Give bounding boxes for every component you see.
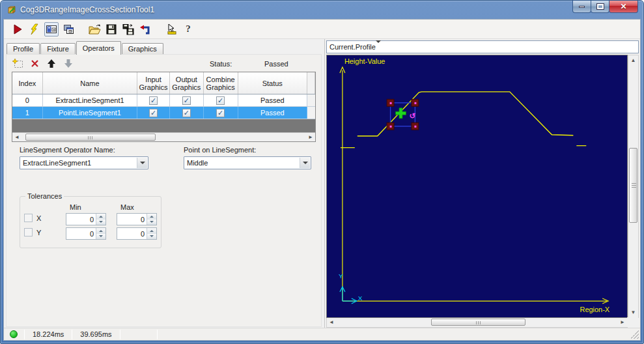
tolerance-x-label: X (36, 214, 46, 222)
combine-graphics-checkbox[interactable]: ✓ (216, 96, 225, 105)
execution-time: 18.224ms (25, 330, 72, 338)
tolerance-y-max-spinner[interactable]: 0 (117, 227, 157, 240)
save-image-icon[interactable] (121, 22, 135, 36)
spin-up-icon[interactable] (96, 214, 105, 220)
record-selector-combobox[interactable]: Current.Profile (326, 40, 639, 53)
delete-operator-icon[interactable] (29, 58, 40, 68)
tolerances-group: Tolerances Min Max X 0 0 (20, 196, 161, 248)
tolerance-x-max-spinner[interactable]: 0 (117, 213, 157, 225)
table-row-selected[interactable]: 1 PointLineSegment1 ✓ ✓ ✓ Passed (12, 107, 315, 119)
hscroll-thumb[interactable] (25, 134, 156, 141)
linesegment-operator-combobox[interactable]: ExtractLineSegment1 (20, 156, 148, 169)
close-button[interactable]: ✕ (609, 1, 638, 13)
vscroll-thumb[interactable] (629, 148, 637, 223)
profile-vscrollbar[interactable]: ▲ ▼ (628, 55, 639, 318)
window-title: Cog3DRangeImageCrossSectionTool1 (20, 5, 154, 14)
table-header-row: Index Name Input Graphics Output Graphic… (12, 72, 315, 94)
tolerance-y-label: Y (36, 229, 46, 236)
point-on-linesegment-label: Point on LineSegment: (184, 146, 256, 154)
status-value: Passed (264, 60, 288, 68)
scroll-left-icon[interactable]: ◄ (12, 133, 21, 141)
run-icon[interactable] (10, 22, 25, 36)
profile-plot[interactable]: Height-Value Region-X X Y (326, 55, 628, 318)
show-electrode-toggle-icon[interactable] (44, 22, 59, 36)
origin-y-label: Y (339, 272, 343, 280)
chevron-down-icon (376, 40, 381, 51)
minimize-button[interactable] (572, 1, 591, 13)
reset-icon[interactable] (138, 22, 152, 36)
header-output-graphics[interactable]: Output Graphics (170, 72, 204, 94)
minimize-icon (579, 6, 585, 8)
spin-down-icon[interactable] (96, 234, 105, 240)
open-file-icon[interactable] (87, 22, 102, 36)
run-continuous-icon[interactable] (27, 22, 42, 36)
tab-operators[interactable]: Operators (76, 41, 121, 55)
spin-down-icon[interactable] (147, 234, 156, 240)
scroll-up-icon[interactable]: ▲ (628, 55, 638, 65)
header-input-graphics[interactable]: Input Graphics (137, 72, 170, 94)
spin-down-icon[interactable] (96, 220, 105, 225)
spin-down-icon[interactable] (147, 220, 156, 225)
tab-graphics[interactable]: Graphics (122, 43, 163, 55)
chevron-down-icon (303, 162, 308, 164)
table-row[interactable]: 0 ExtractLineSegment1 ✓ ✓ ✓ Passed (12, 94, 315, 107)
header-status[interactable]: Status (238, 72, 308, 94)
title-bar[interactable]: Cog3DRangeImageCrossSectionTool1 ✕ (1, 1, 643, 19)
move-down-icon[interactable] (63, 58, 74, 68)
point-on-linesegment-combobox[interactable]: Middle (184, 156, 311, 169)
profile-display-panel: Current.Profile Hei (324, 39, 640, 328)
tolerances-title: Tolerances (25, 192, 64, 200)
output-graphics-checkbox[interactable]: ✓ (182, 109, 191, 117)
header-combine-graphics[interactable]: Combine Graphics (204, 72, 238, 94)
rotate-handle-icon[interactable]: ↺ (409, 111, 415, 121)
resize-grip[interactable] (630, 330, 639, 339)
operator-list-toolbar (12, 58, 74, 68)
spin-up-icon[interactable] (147, 214, 156, 220)
profile-hscrollbar[interactable]: ◄ ► (326, 318, 628, 328)
hscroll-thumb[interactable] (431, 319, 525, 326)
linesegment-selection-box[interactable]: ↺ (387, 99, 419, 130)
origin-marker-icon (340, 287, 357, 304)
operators-panel: Profile Fixture Operators Graphics (4, 39, 324, 328)
maximize-icon (597, 4, 604, 9)
status-label: Status: (210, 60, 255, 68)
float-window-icon[interactable]: ? (61, 22, 76, 36)
tolerance-x-checkbox[interactable] (24, 214, 33, 222)
table-hscrollbar[interactable]: ◄ ► (12, 132, 315, 141)
input-graphics-checkbox[interactable]: ✓ (149, 109, 158, 117)
operators-tab-page: Status: Passed Index Name Input Graphics… (6, 54, 322, 327)
header-name[interactable]: Name (43, 72, 137, 94)
header-index[interactable]: Index (12, 72, 43, 94)
input-graphics-checkbox[interactable]: ✓ (149, 96, 158, 105)
scroll-left-icon[interactable]: ◄ (327, 318, 336, 326)
operators-table: Index Name Input Graphics Output Graphic… (12, 72, 316, 142)
x-axis-label: Region-X (580, 306, 609, 313)
scroll-right-icon[interactable]: ► (618, 318, 627, 326)
center-cross-handle[interactable] (396, 108, 406, 119)
spin-up-icon[interactable] (147, 228, 156, 234)
move-up-icon[interactable] (46, 58, 57, 68)
save-icon[interactable] (104, 22, 119, 36)
tolerance-x-min-spinner[interactable]: 0 (66, 213, 106, 225)
output-graphics-checkbox[interactable]: ✓ (182, 96, 191, 105)
tool-window: Cog3DRangeImageCrossSectionTool1 ✕ ? (0, 0, 644, 344)
tool-icon (7, 5, 17, 15)
tolerance-y-checkbox[interactable] (24, 228, 33, 236)
tab-strip: Profile Fixture Operators Graphics (7, 41, 164, 55)
pointer-measure-icon[interactable] (164, 22, 178, 36)
tab-fixture[interactable]: Fixture (40, 43, 76, 55)
status-bar: 18.224ms 39.695ms (4, 328, 640, 340)
maximize-button[interactable] (591, 1, 609, 13)
max-column-label: Max (120, 203, 134, 211)
help-icon[interactable]: ? (181, 22, 195, 36)
tolerance-y-min-spinner[interactable]: 0 (66, 227, 106, 240)
scroll-down-icon[interactable]: ▼ (628, 308, 638, 317)
combine-graphics-checkbox[interactable]: ✓ (216, 109, 225, 117)
tab-profile[interactable]: Profile (7, 43, 40, 55)
scroll-right-icon[interactable]: ► (306, 133, 315, 141)
y-axis-label: Height-Value (344, 57, 385, 65)
plot-axes (340, 67, 608, 304)
add-operator-icon[interactable] (12, 58, 23, 68)
spin-up-icon[interactable] (96, 228, 105, 234)
origin-x-label: X (358, 294, 363, 302)
